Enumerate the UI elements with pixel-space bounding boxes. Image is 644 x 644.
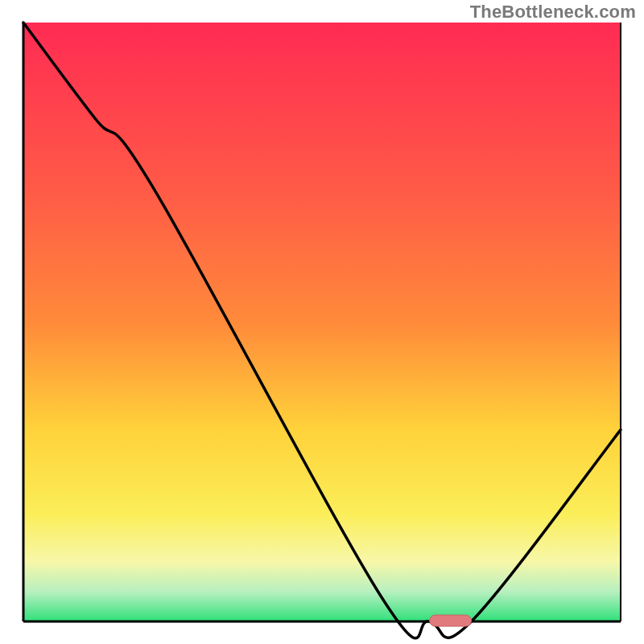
bottleneck-chart: TheBottleneck.com xyxy=(0,0,644,644)
plot-area xyxy=(23,23,621,638)
optimal-range-marker xyxy=(430,615,472,626)
chart-svg xyxy=(0,0,644,644)
gradient-background xyxy=(23,23,621,621)
watermark-text: TheBottleneck.com xyxy=(470,2,636,23)
